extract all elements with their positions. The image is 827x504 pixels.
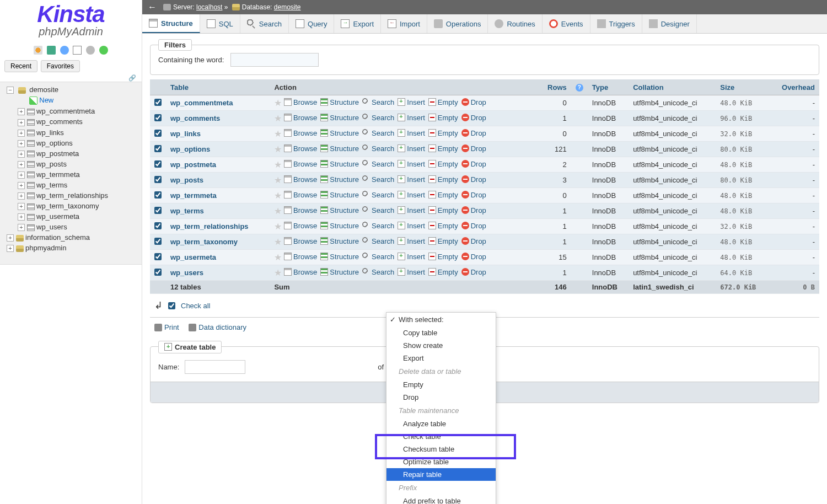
structure-link[interactable]: Structure (320, 114, 359, 122)
favorite-icon[interactable]: ★ (274, 144, 282, 154)
tab-query[interactable]: Query (289, 14, 334, 33)
create-name-input[interactable] (185, 360, 245, 374)
insert-link[interactable]: Insert (398, 253, 425, 261)
checkall-label[interactable]: Check all (181, 302, 210, 310)
tree-table-label[interactable]: wp_usermeta (36, 212, 79, 221)
back-icon[interactable]: ← (148, 2, 157, 12)
col-rows[interactable]: Rows (538, 79, 571, 95)
insert-link[interactable]: Insert (398, 268, 425, 276)
drop-link[interactable]: Drop (461, 144, 486, 153)
dropdown-check[interactable]: Check table (386, 430, 496, 443)
tree-db-label[interactable]: demosite (29, 85, 58, 94)
expand-icon[interactable]: + (18, 192, 25, 200)
structure-link[interactable]: Structure (320, 191, 359, 199)
empty-link[interactable]: Empty (428, 98, 458, 106)
structure-link[interactable]: Structure (320, 268, 359, 276)
tree-table-node[interactable]: +wp_termmeta (13, 169, 139, 180)
row-checkbox[interactable] (154, 269, 162, 276)
tree-table-label[interactable]: wp_term_relationships (36, 191, 108, 200)
empty-link[interactable]: Empty (428, 253, 458, 261)
row-checkbox[interactable] (154, 207, 162, 214)
tree-table-label[interactable]: wp_links (36, 128, 64, 137)
reload-icon[interactable] (99, 46, 108, 55)
tree-table-node[interactable]: +wp_posts (13, 159, 139, 169)
insert-link[interactable]: Insert (398, 222, 425, 230)
docs-icon[interactable] (60, 46, 69, 55)
drop-link[interactable]: Drop (461, 268, 486, 276)
col-size[interactable]: Size (716, 79, 769, 95)
empty-link[interactable]: Empty (428, 191, 458, 199)
search-link[interactable]: Search (362, 114, 394, 122)
col-collation[interactable]: Collation (629, 79, 716, 95)
search-link[interactable]: Search (362, 144, 394, 153)
row-checkbox[interactable] (154, 176, 162, 183)
drop-link[interactable]: Drop (461, 222, 486, 230)
expand-icon[interactable]: + (18, 151, 25, 158)
tree-table-node[interactable]: +wp_usermeta (13, 211, 139, 222)
search-link[interactable]: Search (362, 206, 394, 215)
favorites-tab[interactable]: Favorites (41, 60, 80, 72)
insert-link[interactable]: Insert (398, 98, 425, 106)
tree-table-label[interactable]: wp_posts (36, 160, 67, 168)
col-type[interactable]: Type (588, 79, 629, 95)
expand-icon[interactable]: + (18, 171, 25, 179)
browse-link[interactable]: Browse (284, 191, 317, 199)
row-checkbox[interactable] (154, 114, 162, 121)
breadcrumb-server[interactable]: localhost (196, 3, 222, 11)
favorite-icon[interactable]: ★ (274, 253, 282, 262)
tree-table-label[interactable]: wp_users (36, 223, 67, 231)
tab-events[interactable]: Events (543, 14, 590, 33)
dropdown-add-prefix[interactable]: Add prefix to table (386, 495, 496, 504)
tab-routines[interactable]: Routines (488, 14, 542, 33)
tree-table-label[interactable]: wp_term_taxonomy (36, 202, 99, 210)
drop-link[interactable]: Drop (461, 175, 486, 184)
structure-link[interactable]: Structure (320, 222, 359, 230)
empty-link[interactable]: Empty (428, 268, 458, 276)
empty-link[interactable]: Empty (428, 175, 458, 184)
tree-db-label[interactable]: phpmyadmin (25, 244, 66, 252)
browse-link[interactable]: Browse (284, 98, 317, 106)
tree-table-label[interactable]: wp_termmeta (36, 170, 80, 179)
row-checkbox[interactable] (154, 130, 162, 137)
favorite-icon[interactable]: ★ (274, 114, 282, 123)
drop-link[interactable]: Drop (461, 98, 486, 106)
dropdown-export[interactable]: Export (386, 352, 496, 364)
tree-table-label[interactable]: wp_options (36, 139, 73, 147)
col-table[interactable]: Table (166, 79, 270, 95)
tab-triggers[interactable]: Triggers (590, 14, 642, 33)
search-link[interactable]: Search (362, 237, 394, 245)
favorite-icon[interactable]: ★ (274, 237, 282, 246)
tree-table-label[interactable]: wp_postmeta (36, 149, 79, 158)
search-link[interactable]: Search (362, 160, 394, 168)
dropdown-optimize[interactable]: Optimize table (386, 455, 496, 468)
tree-table-node[interactable]: +wp_links (13, 127, 139, 138)
row-checkbox[interactable] (154, 253, 162, 260)
empty-link[interactable]: Empty (428, 206, 458, 215)
row-checkbox[interactable] (154, 238, 162, 245)
browse-link[interactable]: Browse (284, 237, 317, 245)
tree-db-node[interactable]: − demosite (2, 84, 139, 95)
expand-icon[interactable]: + (18, 161, 25, 168)
table-name-link[interactable]: wp_options (170, 145, 210, 153)
favorite-icon[interactable]: ★ (274, 206, 282, 216)
structure-link[interactable]: Structure (320, 98, 359, 106)
favorite-icon[interactable]: ★ (274, 191, 282, 200)
breadcrumb-database[interactable]: demosite (274, 3, 301, 11)
drop-link[interactable]: Drop (461, 160, 486, 168)
expand-icon[interactable]: + (18, 203, 25, 210)
tree-table-node[interactable]: +wp_term_relationships (13, 190, 139, 201)
expand-icon[interactable]: + (18, 213, 25, 221)
search-link[interactable]: Search (362, 129, 394, 137)
tree-new-label[interactable]: New (39, 96, 53, 104)
favorite-icon[interactable]: ★ (274, 175, 282, 185)
insert-link[interactable]: Insert (398, 206, 425, 215)
table-name-link[interactable]: wp_users (170, 269, 203, 277)
search-link[interactable]: Search (362, 268, 394, 276)
expand-icon[interactable]: + (7, 245, 14, 252)
dropdown-empty[interactable]: Empty (386, 378, 496, 391)
dropdown-repair[interactable]: Repair table (386, 468, 496, 481)
tree-table-label[interactable]: wp_terms (36, 181, 67, 189)
drop-link[interactable]: Drop (461, 253, 486, 261)
table-name-link[interactable]: wp_commentmeta (170, 99, 233, 107)
expand-icon[interactable]: + (18, 130, 25, 137)
